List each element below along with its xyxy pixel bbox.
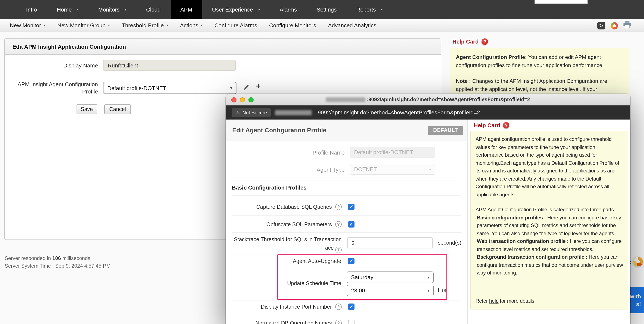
agent-profile-select[interactable]: Default profile-DOTNET ▾ — [103, 82, 236, 94]
cancel-button[interactable]: Cancel — [104, 104, 131, 114]
chevron-down-icon: ▾ — [258, 7, 260, 11]
nav-label: APM — [180, 6, 192, 12]
toolbar-threshold-profile[interactable]: Threshold Profile▾ — [116, 22, 174, 28]
pie-chart-icon[interactable] — [611, 22, 618, 29]
toolbar-advanced-analytics[interactable]: Advanced Analytics — [322, 22, 382, 28]
chevron-down-icon: ▾ — [230, 86, 232, 90]
divider — [232, 232, 462, 233]
help-card-main: Help Card ? Agent Configuration Profile:… — [450, 37, 630, 45]
display-name-label: Display Name — [5, 62, 98, 69]
close-window-icon[interactable] — [231, 97, 236, 102]
help-icon[interactable]: ? — [335, 247, 342, 253]
agent-profile-label: APM Insight Agent Configuration Profile — [5, 81, 98, 95]
toolbar-label: New Monitor — [10, 22, 41, 28]
display-port-checkbox[interactable]: ✓ — [348, 304, 354, 310]
check-icon: ✓ — [349, 304, 353, 309]
agent-profile-selected-value: Default profile-DOTNET — [107, 85, 166, 91]
panel-header: Edit APM Insight Application Configurati… — [5, 39, 441, 55]
schedule-day-value: Saturday — [351, 274, 373, 281]
help-card-title: Help Card — [452, 38, 479, 45]
display-port-label: Display Instance Port Number — [226, 304, 332, 310]
display-name-input[interactable] — [103, 60, 236, 71]
nav-item-reports[interactable]: Reports▾ — [346, 0, 392, 19]
help-question-icon[interactable]: ? — [482, 38, 488, 45]
traffic-lights — [231, 97, 254, 102]
toolbar-new-monitor[interactable]: New Monitor▾ — [4, 22, 51, 28]
toolbar-new-monitor-group[interactable]: New Monitor Group▾ — [51, 22, 116, 28]
apm-toolbar: New Monitor▾ New Monitor Group▾ Threshol… — [0, 19, 644, 32]
toolbar-label: Threshold Profile — [122, 22, 164, 28]
divider — [232, 215, 462, 216]
check-icon: ✓ — [349, 259, 353, 263]
chevron-down-icon: ▾ — [429, 167, 431, 171]
not-secure-badge[interactable]: ⚠ Not Secure — [232, 108, 271, 117]
nav-item-monitors[interactable]: Monitors▾ — [88, 0, 136, 19]
toolbar-actions[interactable]: Actions▾ — [174, 22, 208, 28]
window-title: :9092/apminsight.do?method=showAgentProf… — [326, 96, 530, 102]
toolbar-label: New Monitor Group — [57, 22, 106, 28]
help-icon[interactable]: ? — [335, 221, 342, 228]
server-response-line: Server responded in 106 milliseconds — [5, 254, 110, 262]
zoom-window-icon[interactable] — [248, 97, 254, 102]
toolbar-label: Configure Monitors — [269, 22, 316, 28]
help-link[interactable]: help — [489, 298, 498, 304]
help-question-icon[interactable]: ? — [503, 122, 510, 129]
edit-pencil-icon[interactable] — [242, 83, 250, 91]
schedule-label: Update Schedule Time — [226, 281, 341, 287]
window-titlebar[interactable]: :9092/apminsight.do?method=showAgentProf… — [226, 94, 630, 105]
divider — [232, 316, 462, 316]
capture-sql-checkbox[interactable]: ✓ — [348, 204, 354, 210]
nav-item-home[interactable]: Home▾ — [47, 0, 88, 19]
add-profile-icon[interactable]: + — [254, 81, 262, 91]
divider — [232, 269, 462, 269]
schedule-time-select[interactable]: 23:00 ▾ — [347, 285, 434, 296]
chevron-down-icon: ▾ — [44, 23, 45, 27]
assistant-bubble-icon[interactable] — [633, 257, 643, 267]
help-icon[interactable]: ? — [335, 304, 342, 310]
print-icon[interactable] — [624, 21, 631, 30]
schedule-day-select[interactable]: Saturday ▾ — [347, 272, 434, 283]
nav-item-cloud[interactable]: Cloud — [136, 0, 170, 19]
save-button[interactable]: Save — [76, 104, 97, 114]
agent-type-value: DOTNET — [354, 166, 377, 172]
agent-profile-form: Edit Agent Configuration Profile DEFAULT… — [226, 120, 468, 324]
nav-item-intro[interactable]: Intro — [16, 0, 47, 19]
chat-line: s! — [636, 301, 641, 307]
chevron-down-icon: ▾ — [108, 23, 110, 27]
nav-item-user-experience[interactable]: User Experience▾ — [202, 0, 270, 19]
nav-item-alarms[interactable]: Alarms — [270, 0, 307, 19]
nav-item-settings[interactable]: Settings — [307, 0, 346, 19]
chat-line: with — [630, 293, 641, 300]
stacktrace-label: Stacktrace Threshold for SQLs in Transac… — [226, 235, 342, 253]
divider — [232, 254, 462, 254]
nav-item-apm[interactable]: APM — [170, 0, 202, 19]
obfuscate-sql-checkbox[interactable]: ✓ — [348, 221, 354, 228]
divider — [232, 180, 462, 181]
stacktrace-input[interactable] — [347, 237, 433, 248]
modal-help-column: Help Card ? APM agent configuration prof… — [468, 120, 630, 324]
nav-label: Home — [57, 6, 72, 12]
auto-upgrade-checkbox[interactable]: ✓ — [348, 258, 354, 264]
agent-type-select: DOTNET ▾ — [350, 164, 435, 174]
address-bar[interactable]: ⚠ Not Secure :9092/apminsight.do?method=… — [226, 105, 630, 120]
help-paragraph: Agent Configuration Profile: You can add… — [456, 53, 624, 70]
toolbar-configure-monitors[interactable]: Configure Monitors — [263, 22, 322, 28]
address-url[interactable]: :9092/apminsight.do?method=showAgentProf… — [316, 109, 480, 116]
help-icon[interactable]: ? — [335, 204, 342, 210]
schedule-time-value: 23:00 — [351, 287, 365, 294]
refresh-icon[interactable]: ↻ — [598, 22, 605, 29]
help-card-title-row: Help Card ? — [450, 37, 630, 45]
chevron-down-icon: ▾ — [166, 23, 168, 27]
normalize-db-checkbox[interactable] — [348, 320, 354, 324]
toolbar-configure-alarms[interactable]: Configure Alarms — [208, 22, 263, 28]
help-item: Basic configuration profiles : Here you … — [476, 214, 623, 237]
default-badge: DEFAULT — [428, 126, 463, 135]
help-card-title-row: Help Card ? — [474, 122, 510, 129]
help-icon[interactable]: ? — [335, 320, 342, 324]
profile-name-label: Profile Name — [226, 150, 345, 156]
screen: Intro Home▾ Monitors▾ Cloud APM User Exp… — [0, 0, 644, 324]
chevron-down-icon: ▾ — [381, 7, 383, 11]
minimize-window-icon[interactable] — [240, 97, 245, 102]
server-status: Server responded in 106 milliseconds Ser… — [5, 254, 110, 270]
browser-overlay-artifact — [534, 0, 588, 4]
